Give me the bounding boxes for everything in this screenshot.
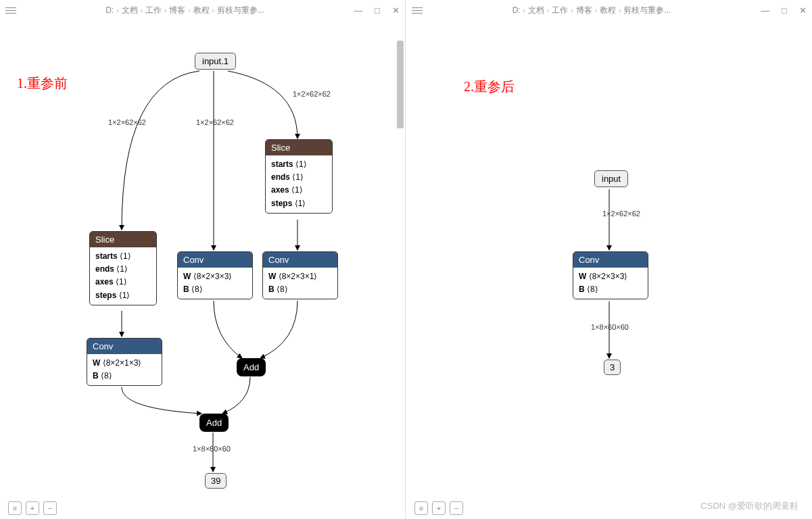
window-after: D:› 文档› 工作› 博客› 教程› 剪枝与重参... — □ ✕ 2.重参后… bbox=[406, 0, 812, 519]
edge-label: 1×8×60×60 bbox=[591, 323, 629, 331]
slice-node[interactable]: Slice starts ⟨1⟩ ends ⟨1⟩ axes ⟨1⟩ steps… bbox=[265, 139, 333, 214]
node-header: Conv bbox=[263, 252, 337, 268]
zoom-out-icon[interactable]: − bbox=[43, 501, 57, 515]
breadcrumb: D:› 文档› 工作› 博客› 教程› 剪枝与重参... bbox=[16, 5, 354, 16]
titlebar: D:› 文档› 工作› 博客› 教程› 剪枝与重参... — □ ✕ bbox=[0, 0, 405, 20]
node-header: Conv bbox=[573, 252, 648, 268]
add-node[interactable]: Add bbox=[237, 358, 266, 376]
add-node[interactable]: Add bbox=[199, 414, 229, 432]
zoom-out-icon[interactable]: − bbox=[450, 501, 463, 515]
close-icon[interactable]: ✕ bbox=[392, 5, 400, 16]
crumb[interactable]: 文档 bbox=[122, 5, 138, 16]
node-body: starts ⟨1⟩ ends ⟨1⟩ axes ⟨1⟩ steps ⟨1⟩ bbox=[266, 155, 332, 213]
crumb[interactable]: 剪枝与重参... bbox=[217, 5, 264, 16]
scrollbar[interactable] bbox=[397, 41, 404, 128]
crumb[interactable]: 工作 bbox=[552, 5, 568, 16]
list-icon[interactable]: ≡ bbox=[8, 501, 22, 515]
close-icon[interactable]: ✕ bbox=[799, 5, 807, 16]
conv-node[interactable]: Conv W ⟨8×2×3×3⟩ B ⟨8⟩ bbox=[573, 251, 648, 299]
slice-node[interactable]: Slice starts ⟨1⟩ ends ⟨1⟩ axes ⟨1⟩ steps… bbox=[89, 231, 157, 305]
input-node[interactable]: input.1 bbox=[195, 53, 236, 70]
node-body: starts ⟨1⟩ ends ⟨1⟩ axes ⟨1⟩ steps ⟨1⟩ bbox=[90, 247, 156, 305]
edge-label: 1×2×62×62 bbox=[196, 118, 234, 126]
node-body: W ⟨8×2×3×3⟩ B ⟨8⟩ bbox=[573, 268, 648, 299]
footer-toolbar: ≡ + − bbox=[414, 501, 463, 515]
window-controls: — □ ✕ bbox=[761, 5, 807, 16]
crumb[interactable]: 博客 bbox=[576, 5, 592, 16]
edge-label: 1×2×62×62 bbox=[108, 118, 146, 126]
footer-toolbar: ≡ + − bbox=[8, 501, 57, 515]
zoom-in-icon[interactable]: + bbox=[432, 501, 446, 515]
maximize-icon[interactable]: □ bbox=[375, 5, 380, 16]
input-node[interactable]: input bbox=[594, 170, 628, 187]
minimize-icon[interactable]: — bbox=[761, 5, 769, 16]
titlebar: D:› 文档› 工作› 博客› 教程› 剪枝与重参... — □ ✕ bbox=[406, 0, 812, 20]
output-node[interactable]: 39 bbox=[205, 473, 226, 489]
window-before: D:› 文档› 工作› 博客› 教程› 剪枝与重参... — □ ✕ 1.重参前 bbox=[0, 0, 406, 519]
node-header: Conv bbox=[178, 252, 252, 268]
conv-node[interactable]: Conv W ⟨8×2×3×1⟩ B ⟨8⟩ bbox=[262, 251, 338, 299]
window-controls: — □ ✕ bbox=[354, 5, 400, 16]
conv-node[interactable]: Conv W ⟨8×2×1×3⟩ B ⟨8⟩ bbox=[87, 338, 162, 386]
crumb-drive[interactable]: D: bbox=[105, 5, 114, 15]
crumb[interactable]: 教程 bbox=[193, 5, 210, 16]
hamburger-icon[interactable] bbox=[412, 7, 423, 14]
edge-label: 1×8×60×60 bbox=[193, 445, 231, 453]
list-icon[interactable]: ≡ bbox=[414, 501, 428, 515]
crumb[interactable]: 工作 bbox=[145, 5, 162, 16]
node-body: W ⟨8×2×3×3⟩ B ⟨8⟩ bbox=[178, 268, 252, 299]
node-body: W ⟨8×2×1×3⟩ B ⟨8⟩ bbox=[87, 354, 162, 385]
output-node[interactable]: 3 bbox=[604, 360, 621, 375]
node-header: Slice bbox=[90, 232, 156, 247]
maximize-icon[interactable]: □ bbox=[782, 5, 787, 16]
node-body: W ⟨8×2×3×1⟩ B ⟨8⟩ bbox=[263, 268, 337, 299]
crumb-drive[interactable]: D: bbox=[512, 5, 521, 15]
annotation-before: 1.重参前 bbox=[17, 74, 68, 93]
zoom-in-icon[interactable]: + bbox=[26, 501, 39, 515]
node-header: Conv bbox=[87, 339, 162, 354]
watermark: CSDN @爱听歌的周童鞋 bbox=[700, 500, 798, 512]
crumb[interactable]: 教程 bbox=[600, 5, 616, 16]
crumb[interactable]: 文档 bbox=[528, 5, 544, 16]
hamburger-icon[interactable] bbox=[5, 7, 16, 14]
crumb[interactable]: 剪枝与重参... bbox=[623, 5, 671, 16]
node-header: Slice bbox=[266, 140, 332, 155]
graph-canvas-before[interactable]: 1.重参前 input.1 1×2×62×62 1×2× bbox=[0, 20, 405, 499]
minimize-icon[interactable]: — bbox=[354, 5, 362, 16]
edge-label: 1×2×62×62 bbox=[602, 209, 640, 218]
graph-canvas-after[interactable]: 2.重参后 input 1×2×62×62 Conv W ⟨8×2×3×3⟩ B… bbox=[406, 20, 812, 499]
edge-label: 1×2×62×62 bbox=[293, 90, 331, 98]
crumb[interactable]: 博客 bbox=[169, 5, 185, 16]
conv-node[interactable]: Conv W ⟨8×2×3×3⟩ B ⟨8⟩ bbox=[177, 251, 253, 299]
breadcrumb: D:› 文档› 工作› 博客› 教程› 剪枝与重参... bbox=[423, 5, 761, 16]
annotation-after: 2.重参后 bbox=[464, 78, 515, 96]
